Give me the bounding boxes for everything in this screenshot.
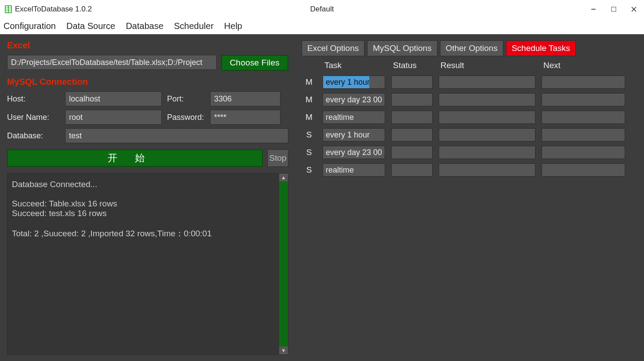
- maximize-button[interactable]: [604, 0, 624, 18]
- task-header-task: Task: [323, 60, 385, 71]
- stop-button[interactable]: Stop: [267, 149, 288, 167]
- right-pane: Excel Options MySQL Options Other Option…: [302, 40, 637, 355]
- task-row-task[interactable]: [323, 128, 385, 141]
- task-row-result[interactable]: [439, 163, 535, 177]
- menu-database[interactable]: Database: [126, 21, 164, 31]
- host-input[interactable]: [65, 91, 162, 106]
- host-label: Host:: [7, 94, 60, 104]
- task-row-task[interactable]: [323, 146, 385, 159]
- excel-section-label: Excel: [7, 40, 288, 51]
- workspace: Excel Choose Files MySQL Connection Host…: [0, 34, 644, 361]
- user-name-label: User Name:: [7, 113, 60, 122]
- menu-configuration[interactable]: Configuration: [4, 21, 56, 31]
- task-row-next[interactable]: [542, 76, 625, 89]
- file-row: Choose Files: [7, 55, 288, 71]
- scroll-down-icon[interactable]: ▼: [279, 347, 288, 354]
- task-row-label[interactable]: S: [302, 165, 317, 175]
- task-row-next[interactable]: [542, 111, 625, 124]
- task-row-status[interactable]: [391, 93, 433, 106]
- tab-other-options[interactable]: Other Options: [440, 40, 503, 56]
- mysql-section-label: MySQL Connection: [7, 77, 288, 87]
- database-label: Database:: [7, 131, 60, 141]
- scroll-up-icon[interactable]: ▲: [279, 173, 288, 181]
- database-input[interactable]: [65, 128, 288, 143]
- task-row-task[interactable]: [323, 111, 385, 124]
- task-header-next: Next: [542, 60, 625, 71]
- app-icon: [4, 5, 12, 13]
- tab-schedule-tasks[interactable]: Schedule Tasks: [506, 40, 576, 56]
- task-row-result[interactable]: [439, 93, 535, 106]
- task-row-label[interactable]: M: [302, 95, 317, 105]
- titlebar: ExcelToDatabase 1.0.2 Default: [0, 0, 644, 18]
- password-input[interactable]: [210, 110, 280, 125]
- task-row-result[interactable]: [439, 76, 535, 89]
- port-input[interactable]: [210, 91, 280, 106]
- minimize-button[interactable]: [583, 0, 604, 18]
- task-row-status[interactable]: [391, 76, 433, 89]
- menu-help[interactable]: Help: [224, 21, 242, 31]
- task-row-status[interactable]: [391, 146, 433, 159]
- menubar: Configuration Data Source Database Sched…: [0, 18, 644, 34]
- user-name-input[interactable]: [65, 110, 162, 125]
- start-button[interactable]: 开始: [7, 149, 263, 167]
- task-row-task[interactable]: [323, 163, 385, 177]
- left-pane: Excel Choose Files MySQL Connection Host…: [7, 40, 288, 355]
- menu-scheduler[interactable]: Scheduler: [174, 21, 214, 31]
- file-path-input[interactable]: [7, 55, 217, 70]
- task-row-result[interactable]: [439, 146, 535, 159]
- task-header-result: Result: [439, 60, 535, 71]
- task-row-task[interactable]: [323, 93, 385, 106]
- task-row-status[interactable]: [391, 163, 433, 177]
- task-row-next[interactable]: [542, 93, 625, 106]
- task-row-result[interactable]: [439, 128, 535, 141]
- tabs: Excel Options MySQL Options Other Option…: [302, 40, 637, 56]
- task-table: Task Status Result Next M M M S S: [302, 60, 637, 177]
- task-row-result[interactable]: [439, 111, 535, 124]
- task-row-next[interactable]: [542, 163, 625, 177]
- window-controls: [583, 0, 644, 18]
- task-row-task[interactable]: [323, 76, 385, 89]
- log-area: Database Connected... Succeed: Table.xls…: [7, 173, 288, 355]
- task-row-label[interactable]: S: [302, 130, 317, 140]
- window-title: Default: [310, 5, 334, 14]
- task-row-label[interactable]: S: [302, 148, 317, 157]
- close-button[interactable]: [624, 0, 644, 18]
- task-row-next[interactable]: [542, 128, 625, 141]
- choose-files-button[interactable]: Choose Files: [221, 55, 288, 71]
- task-row-next[interactable]: [542, 146, 625, 159]
- log-text[interactable]: Database Connected... Succeed: Table.xls…: [7, 173, 279, 354]
- task-header-status: Status: [391, 60, 433, 71]
- menu-data-source[interactable]: Data Source: [66, 21, 115, 31]
- task-row-label[interactable]: M: [302, 112, 317, 122]
- app-title: ExcelToDatabase 1.0.2: [15, 5, 92, 14]
- password-label: Password:: [167, 113, 205, 122]
- port-label: Port:: [167, 94, 205, 104]
- tab-excel-options[interactable]: Excel Options: [302, 40, 364, 56]
- task-row-status[interactable]: [391, 111, 433, 124]
- log-scrollbar[interactable]: ▲ ▼: [279, 173, 288, 354]
- task-row-label[interactable]: M: [302, 77, 317, 87]
- svg-rect-5: [611, 7, 616, 11]
- task-row-status[interactable]: [391, 128, 433, 141]
- tab-mysql-options[interactable]: MySQL Options: [367, 40, 437, 56]
